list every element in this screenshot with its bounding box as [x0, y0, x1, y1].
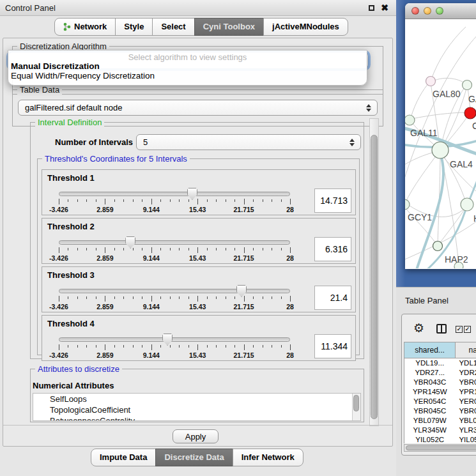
tab-label: Impute Data [100, 452, 147, 462]
threshold-slider[interactable]: -3.4262.8599.14415.4321.71528 [47, 286, 303, 312]
node-red[interactable] [464, 107, 476, 119]
tick-mark [160, 248, 161, 250]
tick-mark [151, 199, 152, 204]
tick-mark [281, 199, 282, 202]
float-window-icon[interactable] [369, 5, 374, 11]
node-gal4[interactable] [432, 142, 449, 158]
threshold-value-field[interactable]: 14.713 [314, 188, 351, 213]
group-title: Threshold's Coordinates for 5 Intervals [42, 154, 190, 164]
table-row[interactable]: YBL079WYBL079W [404, 416, 476, 426]
traffic-light-close-icon[interactable] [411, 7, 419, 15]
slider-track[interactable] [59, 337, 290, 342]
axis-label: 28 [286, 254, 294, 262]
slider-track[interactable] [59, 289, 290, 293]
traffic-light-minimize-icon[interactable] [424, 7, 431, 15]
tick-mark [77, 345, 78, 348]
table-row[interactable]: YER054CYER054C [404, 397, 476, 406]
tab-network[interactable]: Network [54, 18, 116, 36]
column-header[interactable]: name [455, 342, 476, 358]
tick-mark [77, 296, 78, 299]
slider-track[interactable] [59, 192, 290, 196]
network-canvas[interactable]: GAL80GAGAL11CGAL4GCY1HHAP2 [405, 19, 476, 268]
node-gal80[interactable] [426, 77, 436, 86]
close-icon[interactable]: ✖ [381, 3, 388, 13]
group-title: Interval Definition [35, 118, 104, 127]
scrollbar-thumb[interactable] [406, 445, 476, 450]
scrollbar-thumb[interactable] [371, 135, 378, 419]
node-h[interactable] [461, 198, 473, 211]
tick-mark [188, 345, 189, 348]
table-cell: YBL079W [404, 416, 455, 426]
tick-mark [123, 248, 124, 250]
tick-mark [105, 247, 105, 253]
axis-label: -3.426 [49, 206, 68, 213]
tick-mark [216, 345, 217, 348]
table-cell: YLR345W [455, 426, 476, 435]
table-row[interactable]: YBR045CYBR045C [404, 406, 476, 416]
table-data-combobox[interactable]: galFiltered.sif default node [18, 100, 378, 116]
table-row[interactable]: YDR27...YDR27... [404, 368, 476, 378]
list-item-selfloops[interactable]: SelfLoops [33, 394, 360, 404]
network-icon [63, 22, 71, 31]
tick-mark [290, 199, 291, 204]
vertical-scrollbar[interactable] [369, 118, 379, 426]
tick-mark [253, 248, 254, 250]
list-scrollbar[interactable] [352, 394, 360, 421]
table-row[interactable]: YDL19...YDL19... [404, 358, 476, 368]
tick-mark [96, 199, 96, 202]
tick-mark [105, 199, 105, 204]
settings-scroll-area: Interval Definition Number of Intervals … [29, 118, 365, 426]
node-top[interactable] [463, 81, 472, 90]
tick-mark [151, 344, 152, 350]
tab-infer-network[interactable]: Infer Network [233, 449, 303, 466]
checkbox-icon[interactable]: ✓ [456, 326, 463, 333]
tick-mark [272, 296, 272, 299]
node-label: GAL80 [433, 89, 461, 99]
gear-icon[interactable]: ⚙ [413, 321, 424, 335]
tab-select[interactable]: Select [152, 18, 194, 36]
list-item-topologicalcoefficient[interactable]: TopologicalCoefficient [33, 404, 360, 415]
window-titlebar[interactable] [405, 3, 476, 19]
threshold-value-field[interactable]: 6.316 [314, 237, 351, 261]
split-pane-icon[interactable] [436, 324, 447, 334]
threshold-value-field[interactable]: 21.4 [314, 286, 351, 310]
group-title: Attributes to discretize [35, 364, 122, 374]
tab-discretize-data[interactable]: Discretize Data [155, 449, 233, 466]
threshold-value-field[interactable]: 11.344 [314, 334, 351, 358]
tick-mark [151, 247, 152, 253]
list-item-betweennesscentrality[interactable]: BetweennessCentrality [33, 415, 360, 421]
node-gcy1[interactable] [405, 199, 410, 210]
table-cell: YIL052C [455, 435, 476, 443]
node-gal11[interactable] [405, 115, 415, 125]
tab-jactivemnodules[interactable]: jActiveMNodules [263, 18, 348, 36]
horizontal-scrollbar[interactable] [404, 444, 476, 452]
slider-track[interactable] [59, 240, 290, 245]
tick-mark [226, 248, 226, 250]
column-header[interactable]: shared... [404, 342, 456, 358]
tab-impute-data[interactable]: Impute Data [91, 449, 156, 466]
scrollbar-thumb[interactable] [353, 395, 359, 411]
tick-mark [77, 199, 78, 202]
node-hap2[interactable] [433, 242, 443, 251]
axis-label: 15.43 [189, 206, 206, 213]
table-row[interactable]: YIL052CYIL052C [404, 435, 476, 443]
threshold-slider[interactable]: -3.4262.8599.14415.4321.71528 [47, 238, 303, 263]
apply-button[interactable]: Apply [173, 429, 219, 443]
table-row[interactable]: YLR345WYLR345W [404, 426, 476, 435]
tab-cyni-toolbox[interactable]: Cyni Toolbox [194, 18, 264, 36]
axis-labels: -3.4262.8599.14415.4321.71528 [59, 351, 290, 359]
popup-option-equal-width-frequency-discretization[interactable]: Equal Width/Frequency Discretization [8, 72, 367, 81]
tick-mark [86, 345, 87, 348]
threshold-slider[interactable]: -3.4262.8599.14415.4321.71528 [47, 189, 303, 215]
tick-mark [244, 344, 245, 350]
number-of-intervals-combobox[interactable]: 5 [136, 134, 361, 150]
table-row[interactable]: YPR145WYPR145W [404, 387, 476, 397]
table-row[interactable]: YBR043CYBR043C [404, 378, 476, 387]
tab-style[interactable]: Style [115, 18, 153, 36]
popup-option-manual-discretization[interactable]: Manual Discretization [8, 62, 367, 72]
traffic-light-zoom-icon[interactable] [436, 7, 443, 15]
tick-mark [263, 199, 263, 202]
threshold-slider[interactable]: -3.4262.8599.14415.4321.71528 [47, 335, 303, 360]
checkbox-icon[interactable]: ✓ [464, 326, 471, 333]
tick-mark [59, 344, 59, 350]
